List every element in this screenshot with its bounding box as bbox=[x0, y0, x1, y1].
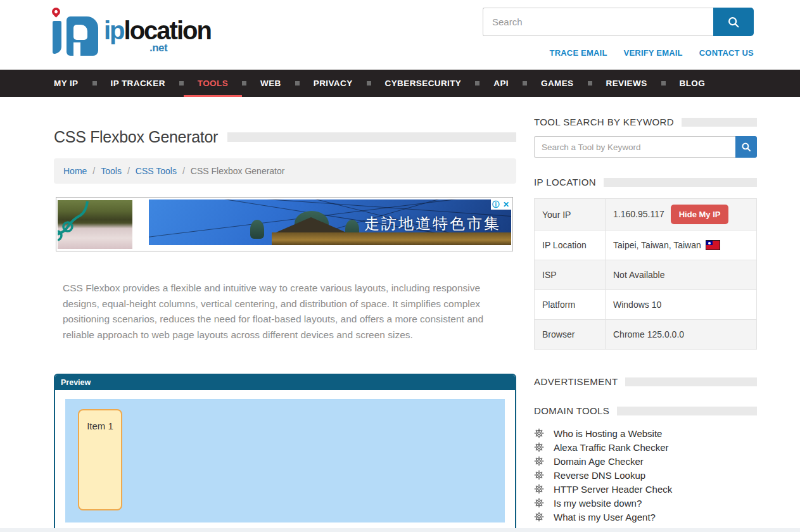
location-pin-icon bbox=[50, 6, 61, 17]
hide-my-ip-button[interactable]: Hide My IP bbox=[671, 205, 729, 224]
domain-tool-item[interactable]: Is my website down? bbox=[534, 496, 757, 510]
gear-icon bbox=[534, 512, 544, 522]
logo-net-suffix: .net bbox=[149, 42, 167, 54]
page: iplocation .net TRACE EMAIL VERIFY EMAIL… bbox=[0, 0, 800, 532]
table-row: Platform Windows 10 bbox=[535, 290, 757, 320]
domain-tools-heading: DOMAIN TOOLS bbox=[534, 405, 757, 416]
ip-location-table: Your IP 1.160.95.117Hide My IP IP Locati… bbox=[534, 198, 757, 350]
nav-item-privacy[interactable]: PRIVACY bbox=[300, 70, 367, 97]
contact-us-link[interactable]: CONTACT US bbox=[699, 48, 754, 58]
domain-tool-link[interactable]: Is my website down? bbox=[554, 498, 642, 509]
nav-separator bbox=[242, 81, 246, 86]
table-row: Browser Chrome 125.0.0.0 bbox=[535, 320, 757, 350]
ad-left-image bbox=[58, 200, 132, 249]
flexbox-preview-container: Item 1 bbox=[65, 399, 505, 522]
tool-search bbox=[534, 136, 757, 158]
site-search bbox=[483, 8, 754, 36]
trace-email-link[interactable]: TRACE EMAIL bbox=[550, 48, 607, 58]
breadcrumb-home[interactable]: Home bbox=[63, 166, 87, 176]
ip-location-heading: IP LOCATION bbox=[534, 177, 757, 187]
bottom-strip bbox=[0, 528, 800, 532]
search-icon bbox=[740, 141, 752, 153]
flexbox-preview-item-1[interactable]: Item 1 bbox=[78, 409, 122, 510]
gear-icon bbox=[534, 456, 544, 466]
gear-icon bbox=[534, 498, 544, 508]
content-column: CSS Flexbox Generator Home / Tools / CSS… bbox=[54, 97, 516, 532]
domain-tool-link[interactable]: HTTP Server Header Check bbox=[554, 484, 672, 495]
domain-tool-link[interactable]: Who is Hosting a Website bbox=[554, 428, 662, 439]
domain-tool-link[interactable]: Alexa Traffic Rank Checker bbox=[554, 442, 668, 453]
title-decoration-bar bbox=[227, 132, 516, 142]
table-row: IP Location Taipei, Taiwan, Taiwan bbox=[535, 231, 757, 260]
gear-icon bbox=[534, 484, 544, 494]
your-ip-value: 1.160.95.117 bbox=[613, 209, 664, 219]
tool-search-button[interactable] bbox=[735, 136, 757, 158]
gear-icon bbox=[534, 470, 544, 480]
browser-value: Chrome 125.0.0.0 bbox=[606, 320, 757, 350]
route-path-graphic bbox=[58, 200, 132, 249]
domain-tool-item[interactable]: Who is Hosting a Website bbox=[534, 426, 757, 440]
domain-tool-item[interactable]: Domain Age Checker bbox=[534, 454, 757, 468]
nav-item-api[interactable]: API bbox=[479, 70, 523, 97]
ad-headline: 走訪地道特色市集 bbox=[364, 213, 501, 234]
breadcrumb: Home / Tools / CSS Tools / CSS Flexbox G… bbox=[54, 158, 516, 184]
taiwan-flag-icon bbox=[706, 241, 720, 250]
nav-separator bbox=[92, 81, 97, 86]
nav-separator bbox=[588, 81, 592, 86]
domain-tool-link[interactable]: Domain Age Checker bbox=[554, 456, 644, 467]
tool-description: CSS Flexbox provides a flexible and intu… bbox=[54, 281, 501, 343]
nav-item-my-ip[interactable]: MY IP bbox=[40, 70, 92, 97]
nav-separator bbox=[179, 81, 184, 86]
domain-tool-link[interactable]: Reverse DNS Lookup bbox=[554, 470, 645, 481]
ad-right-image: 走訪地道特色市集 ⓘ ✕ bbox=[149, 200, 511, 245]
ad-choice-icons: ⓘ ✕ bbox=[491, 200, 511, 210]
nav-item-reviews[interactable]: REVIEWS bbox=[592, 70, 661, 97]
logo-text: iplocation bbox=[104, 16, 211, 45]
site-search-button[interactable] bbox=[713, 8, 754, 36]
domain-tool-item[interactable]: Alexa Traffic Rank Checker bbox=[534, 440, 757, 454]
nav-separator bbox=[523, 81, 527, 86]
domain-tool-item[interactable]: What is my User Agent? bbox=[534, 510, 757, 524]
breadcrumb-css-tools[interactable]: CSS Tools bbox=[136, 166, 177, 176]
nav-item-ip-tracker[interactable]: IP TRACKER bbox=[97, 70, 179, 97]
breadcrumb-tools[interactable]: Tools bbox=[101, 166, 122, 176]
table-row: ISP Not Available bbox=[535, 260, 757, 290]
main-nav: MY IP IP TRACKER TOOLS WEB PRIVACY CYBER… bbox=[0, 70, 800, 97]
breadcrumb-current: CSS Flexbox Generator bbox=[191, 166, 285, 176]
isp-value: Not Available bbox=[606, 260, 757, 290]
search-icon bbox=[727, 15, 740, 29]
domain-tool-item[interactable]: HTTP Server Header Check bbox=[534, 482, 757, 496]
advertisement-heading: ADVERTISEMENT bbox=[534, 376, 757, 387]
verify-email-link[interactable]: VERIFY EMAIL bbox=[624, 48, 683, 58]
nav-separator bbox=[661, 81, 666, 86]
ad-close-icon[interactable]: ✕ bbox=[501, 200, 511, 210]
nav-item-tools[interactable]: TOOLS bbox=[184, 70, 242, 97]
nav-item-blog[interactable]: BLOG bbox=[666, 70, 720, 97]
gear-icon bbox=[534, 428, 544, 438]
main-content: CSS Flexbox Generator Home / Tools / CSS… bbox=[0, 97, 800, 532]
tool-search-heading: TOOL SEARCH BY KEYWORD bbox=[534, 117, 757, 127]
ad-banner[interactable]: 走訪地道特色市集 ⓘ ✕ bbox=[56, 197, 513, 251]
gear-icon bbox=[534, 442, 544, 452]
nav-item-games[interactable]: GAMES bbox=[527, 70, 588, 97]
ad-info-icon[interactable]: ⓘ bbox=[491, 200, 501, 210]
preview-panel: Preview Item 1 bbox=[54, 374, 516, 532]
domain-tool-link[interactable]: What is my User Agent? bbox=[554, 512, 656, 522]
nav-separator bbox=[295, 81, 300, 86]
nav-separator bbox=[367, 81, 371, 86]
domain-tools-list: Who is Hosting a WebsiteAlexa Traffic Ra… bbox=[534, 426, 757, 524]
site-logo[interactable]: iplocation .net bbox=[48, 5, 200, 63]
ip-location-value: Taipei, Taiwan, Taiwan bbox=[613, 240, 701, 250]
page-title: CSS Flexbox Generator bbox=[54, 128, 218, 146]
header-links: TRACE EMAIL VERIFY EMAIL CONTACT US bbox=[550, 48, 754, 58]
sidebar: TOOL SEARCH BY KEYWORD IP LOCATION Your … bbox=[534, 97, 757, 532]
nav-item-web[interactable]: WEB bbox=[246, 70, 295, 97]
site-header: iplocation .net TRACE EMAIL VERIFY EMAIL… bbox=[0, 0, 800, 70]
domain-tool-item[interactable]: Reverse DNS Lookup bbox=[534, 468, 757, 482]
tool-search-input[interactable] bbox=[534, 136, 735, 158]
preview-panel-header: Preview bbox=[55, 375, 515, 390]
platform-value: Windows 10 bbox=[606, 290, 757, 320]
preview-panel-body: Item 1 bbox=[55, 390, 515, 532]
site-search-input[interactable] bbox=[483, 8, 713, 36]
nav-item-cybersecurity[interactable]: CYBERSECURITY bbox=[371, 70, 476, 97]
